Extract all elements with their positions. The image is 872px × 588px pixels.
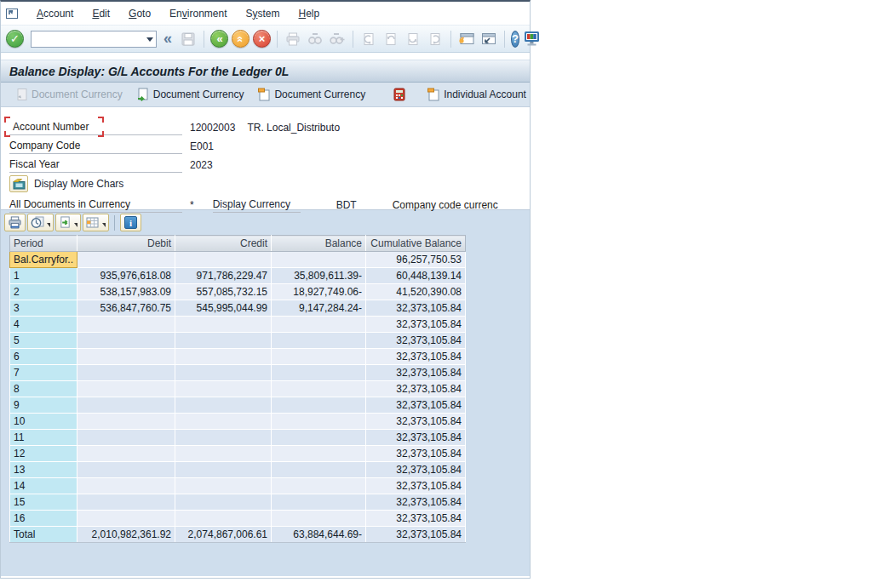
balance-cell[interactable] xyxy=(272,414,366,430)
credit-cell[interactable] xyxy=(175,333,272,349)
period-cell[interactable]: 15 xyxy=(10,494,77,511)
cumulative-balance-cell[interactable]: 32,373,105.84 xyxy=(366,430,466,446)
period-cell[interactable]: 7 xyxy=(10,365,77,381)
debit-cell[interactable] xyxy=(77,414,175,430)
grid-views-button[interactable] xyxy=(83,214,109,231)
credit-cell[interactable] xyxy=(175,462,272,478)
balance-cell[interactable] xyxy=(272,511,366,527)
period-cell[interactable]: 9 xyxy=(10,397,77,414)
credit-cell[interactable] xyxy=(175,349,272,365)
credit-cell[interactable] xyxy=(175,446,272,462)
calculator-button[interactable] xyxy=(386,86,413,104)
credit-cell[interactable]: 557,085,732.15 xyxy=(175,284,272,300)
debit-cell[interactable]: 538,157,983.09 xyxy=(77,284,175,300)
balance-cell[interactable]: 63,884,644.69- xyxy=(272,527,366,543)
cumulative-balance-cell[interactable]: 32,373,105.84 xyxy=(366,414,466,430)
debit-cell[interactable] xyxy=(77,494,175,511)
menu-system[interactable]: System xyxy=(236,6,289,21)
period-cell[interactable]: 16 xyxy=(10,511,77,527)
document-currency-button[interactable]: Document Currency xyxy=(129,86,251,103)
cumulative-balance-cell[interactable]: 32,373,105.84 xyxy=(366,462,466,478)
column-header-debit[interactable]: Debit xyxy=(77,236,175,252)
cumulative-balance-cell[interactable]: 32,373,105.84 xyxy=(366,381,466,397)
balance-cell[interactable] xyxy=(272,317,366,333)
balance-cell[interactable] xyxy=(272,462,366,478)
credit-cell[interactable] xyxy=(175,414,272,430)
individual-account-button[interactable]: Individual Account xyxy=(420,86,533,103)
credit-cell[interactable] xyxy=(175,494,272,511)
company-code-value[interactable]: E001 xyxy=(190,140,214,152)
command-dropdown-icon[interactable] xyxy=(146,37,153,42)
cumulative-balance-cell[interactable]: 32,373,105.84 xyxy=(366,478,466,494)
balance-cell[interactable] xyxy=(272,478,366,494)
balance-cell[interactable] xyxy=(272,397,366,414)
debit-cell[interactable] xyxy=(77,462,175,478)
cumulative-balance-cell[interactable]: 41,520,390.08 xyxy=(366,284,466,300)
grid-chart-button[interactable] xyxy=(27,214,54,231)
grid-print-button[interactable] xyxy=(4,214,26,231)
period-cell[interactable]: 13 xyxy=(10,462,77,478)
collapse-chevron-icon[interactable]: « xyxy=(160,30,175,48)
balance-cell[interactable] xyxy=(272,446,366,462)
column-header-period[interactable]: Period xyxy=(10,236,77,252)
balance-cell[interactable]: 35,809,611.39- xyxy=(272,268,366,284)
document-currency-copy-button[interactable]: Document Currency xyxy=(250,86,372,103)
display-more-chars-label[interactable]: Display More Chars xyxy=(34,178,123,190)
cumulative-balance-cell[interactable]: 60,448,139.14 xyxy=(366,268,466,284)
balance-cell[interactable] xyxy=(272,252,366,268)
cumulative-balance-cell[interactable]: 96,257,750.53 xyxy=(366,252,466,268)
credit-cell[interactable]: 971,786,229.47 xyxy=(175,268,272,284)
cumulative-balance-cell[interactable]: 32,373,105.84 xyxy=(366,317,466,333)
exit-icon[interactable]: « xyxy=(232,30,250,48)
cumulative-balance-cell[interactable]: 32,373,105.84 xyxy=(366,333,466,349)
period-cell[interactable]: 10 xyxy=(10,414,77,430)
period-cell[interactable]: 5 xyxy=(10,333,77,349)
credit-cell[interactable] xyxy=(175,511,272,527)
grid-export-button[interactable] xyxy=(55,214,81,231)
balance-cell[interactable]: 9,147,284.24- xyxy=(272,300,366,317)
cumulative-balance-cell[interactable]: 32,373,105.84 xyxy=(366,446,466,462)
account-number-value[interactable]: 12002003 xyxy=(190,122,235,134)
cumulative-balance-cell[interactable]: 32,373,105.84 xyxy=(366,349,466,365)
enter-icon[interactable]: ✓ xyxy=(6,30,24,48)
generate-shortcut-icon[interactable] xyxy=(479,30,498,49)
fiscal-year-value[interactable]: 2023 xyxy=(190,159,213,171)
credit-cell[interactable]: 2,074,867,006.61 xyxy=(175,527,272,543)
grid-info-button[interactable]: i xyxy=(120,214,141,231)
credit-cell[interactable] xyxy=(175,317,272,333)
credit-cell[interactable] xyxy=(175,397,272,414)
debit-cell[interactable] xyxy=(77,511,175,527)
period-cell[interactable]: 1 xyxy=(10,268,77,284)
menu-help[interactable]: Help xyxy=(290,6,330,21)
credit-cell[interactable] xyxy=(175,478,272,494)
balance-cell[interactable]: 18,927,749.06- xyxy=(272,284,366,300)
period-cell[interactable]: Total xyxy=(10,527,77,543)
cumulative-balance-cell[interactable]: 32,373,105.84 xyxy=(366,511,466,527)
credit-cell[interactable] xyxy=(175,365,272,381)
debit-cell[interactable] xyxy=(77,397,175,414)
credit-cell[interactable] xyxy=(175,430,272,446)
help-icon[interactable]: ? xyxy=(511,31,519,48)
credit-cell[interactable] xyxy=(175,381,272,397)
system-menu-icon[interactable] xyxy=(5,7,20,20)
cumulative-balance-cell[interactable]: 32,373,105.84 xyxy=(366,494,466,511)
menu-edit[interactable]: Edit xyxy=(83,6,119,21)
cumulative-balance-cell[interactable]: 32,373,105.84 xyxy=(366,527,466,543)
balance-cell[interactable] xyxy=(272,333,366,349)
cumulative-balance-cell[interactable]: 32,373,105.84 xyxy=(366,397,466,414)
display-currency-value[interactable]: BDT xyxy=(336,199,357,211)
period-cell[interactable]: 2 xyxy=(10,284,77,300)
menu-goto[interactable]: Goto xyxy=(119,6,160,21)
debit-cell[interactable]: 2,010,982,361.92 xyxy=(77,527,175,543)
column-header-balance[interactable]: Balance xyxy=(272,236,366,252)
debit-cell[interactable] xyxy=(77,478,175,494)
menu-account[interactable]: Account xyxy=(27,6,83,21)
period-cell[interactable]: 6 xyxy=(10,349,77,365)
menu-environment[interactable]: Environment xyxy=(160,6,236,21)
cancel-icon[interactable]: × xyxy=(253,30,271,48)
cumulative-balance-cell[interactable]: 32,373,105.84 xyxy=(366,365,466,381)
balance-cell[interactable] xyxy=(272,365,366,381)
all-documents-currency-value[interactable]: * xyxy=(190,199,194,211)
credit-cell[interactable] xyxy=(175,252,272,268)
debit-cell[interactable]: 935,976,618.08 xyxy=(77,268,175,284)
